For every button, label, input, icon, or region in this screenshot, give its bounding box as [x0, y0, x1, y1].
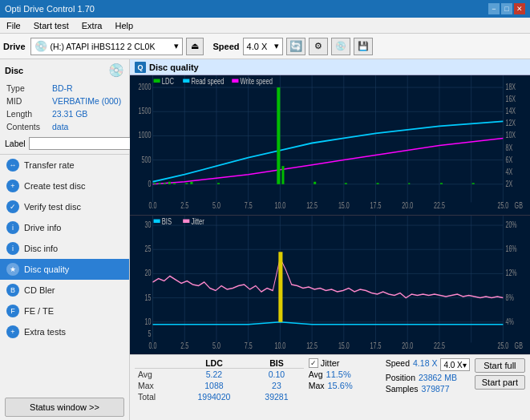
stats-row-total: Total 1994020 39281	[135, 391, 304, 402]
menubar: File Start test Extra Help	[0, 18, 530, 34]
contents-value: data	[52, 121, 123, 132]
svg-text:16X: 16X	[505, 95, 516, 104]
svg-text:10.0: 10.0	[274, 201, 285, 211]
nav-label-create-test-disc: Create test disc	[24, 181, 85, 191]
svg-text:500: 500	[142, 155, 152, 164]
svg-text:12.5: 12.5	[306, 341, 318, 350]
svg-rect-108	[154, 219, 160, 223]
svg-text:2.5: 2.5	[180, 341, 188, 350]
nav-extra-tests[interactable]: + Extra tests	[0, 321, 129, 342]
svg-text:Read speed: Read speed	[191, 75, 224, 86]
svg-text:5.0: 5.0	[212, 201, 220, 211]
jitter-max-label: Max	[309, 381, 325, 390]
length-value: 23.31 GB	[52, 108, 123, 119]
close-btn[interactable]: ✕	[514, 3, 525, 14]
save-button[interactable]: 💾	[354, 38, 373, 55]
drive-select[interactable]: 💿 (H:) ATAPI iHBS112 2 CL0K ▾	[30, 38, 183, 55]
stats-max-ldc: 1088	[179, 380, 250, 391]
lower-chart-svg: 30 25 20 15 10 5 20% 16% 12% 8% 4%	[130, 216, 530, 355]
nav-fe-te[interactable]: F FE / TE	[0, 301, 129, 321]
disc-info-table: Type BD-R MID VERBATIMe (000) Length 23.…	[5, 81, 124, 134]
svg-text:22.5: 22.5	[434, 201, 445, 211]
stats-total-ldc: 1994020	[179, 391, 250, 402]
disc-panel-icon: 💿	[108, 63, 124, 78]
nav-drive-info[interactable]: i Drive info	[0, 217, 129, 238]
main-layout: Disc 💿 Type BD-R MID VERBATIMe (000) Len…	[0, 59, 530, 420]
svg-text:20: 20	[145, 269, 152, 278]
svg-text:0.0: 0.0	[149, 201, 157, 211]
svg-rect-25	[217, 183, 220, 184]
svg-rect-31	[408, 183, 410, 184]
svg-text:10.0: 10.0	[274, 341, 285, 350]
nav-transfer-rate[interactable]: ↔ Transfer rate	[0, 155, 129, 176]
stats-col-bis: BIS	[249, 358, 303, 369]
svg-text:17.5: 17.5	[370, 201, 382, 211]
svg-text:4%: 4%	[505, 317, 513, 326]
nav-cd-bler[interactable]: B CD Bler	[0, 280, 129, 301]
window-controls: − □ ✕	[488, 3, 525, 14]
type-label: Type	[6, 83, 51, 94]
svg-text:2X: 2X	[505, 179, 512, 188]
speed-arrow: ▾	[274, 41, 279, 51]
nav-disc-info[interactable]: i Disc info	[0, 238, 129, 259]
speed-stat-label: Speed	[386, 358, 410, 371]
nav-icon-disc-info: i	[6, 242, 19, 255]
minimize-btn[interactable]: −	[488, 3, 500, 14]
svg-text:Write speed: Write speed	[240, 75, 273, 86]
nav-icon-transfer-rate: ↔	[6, 159, 19, 172]
drive-icon: 💿	[34, 40, 47, 52]
stats-row-max: Max 1088 23	[135, 380, 304, 391]
jitter-checkbox[interactable]: ✓	[309, 358, 318, 368]
menu-file[interactable]: File	[3, 20, 24, 31]
speed-dropdown[interactable]: 4.0 X ▾	[440, 358, 469, 371]
svg-text:2000: 2000	[139, 83, 152, 92]
maximize-btn[interactable]: □	[501, 3, 512, 14]
nav-disc-quality[interactable]: ★ Disc quality	[0, 259, 129, 280]
settings-button[interactable]: ⚙	[309, 38, 328, 55]
svg-rect-60	[154, 79, 160, 83]
menu-help[interactable]: Help	[111, 20, 136, 31]
menu-starttest[interactable]: Start test	[30, 20, 72, 31]
svg-rect-22	[173, 183, 176, 184]
svg-text:5.0: 5.0	[212, 341, 220, 350]
disc-button[interactable]: 💿	[331, 38, 350, 55]
panel-icon: Q	[135, 62, 146, 73]
svg-text:5: 5	[148, 329, 152, 338]
titlebar: Opti Drive Control 1.70 − □ ✕	[0, 0, 530, 18]
charts-area: 2000 1500 1000 500 0 18X 16X 14X 12X 10X…	[130, 75, 530, 354]
svg-text:12X: 12X	[505, 119, 516, 128]
eject-button[interactable]: ⏏	[186, 38, 204, 55]
samples-value: 379877	[422, 384, 450, 394]
nav-verify-test-disc[interactable]: ✓ Verify test disc	[0, 196, 129, 217]
nav-icon-cd-bler: B	[6, 284, 19, 297]
start-full-button[interactable]: Start full	[475, 358, 525, 373]
stats-total-label: Total	[135, 391, 179, 402]
nav-create-test-disc[interactable]: + Create test disc	[0, 176, 129, 196]
svg-text:0.0: 0.0	[149, 341, 157, 350]
stats-avg-label: Avg	[135, 369, 179, 381]
refresh-button[interactable]: 🔄	[286, 38, 305, 55]
jitter-avg-label: Avg	[309, 370, 323, 379]
svg-rect-110	[183, 219, 189, 223]
svg-text:15.0: 15.0	[338, 341, 350, 350]
mid-value: VERBATIMe (000)	[52, 95, 123, 107]
svg-text:8%: 8%	[505, 293, 513, 302]
panel-title: Disc quality	[149, 63, 199, 72]
svg-rect-20	[164, 183, 166, 184]
svg-text:12.5: 12.5	[306, 201, 318, 211]
status-window-btn[interactable]: Status window >>	[5, 398, 124, 417]
menu-extra[interactable]: Extra	[79, 20, 106, 31]
svg-rect-0	[130, 75, 530, 215]
svg-text:LDC: LDC	[162, 75, 174, 86]
svg-text:22.5: 22.5	[434, 341, 445, 350]
app-title: Opti Drive Control 1.70	[5, 4, 95, 14]
jitter-label: Jitter	[321, 358, 340, 368]
nav-label-extra-tests: Extra tests	[24, 327, 66, 337]
svg-text:6X: 6X	[505, 155, 512, 164]
svg-rect-19	[159, 183, 161, 184]
speed-stat-value: 4.18 X	[413, 358, 437, 371]
label-input[interactable]	[29, 137, 136, 150]
start-part-button[interactable]: Start part	[475, 375, 525, 390]
speed-select[interactable]: 4.0 X ▾	[243, 38, 283, 55]
drive-dropdown-arrow: ▾	[174, 41, 179, 51]
